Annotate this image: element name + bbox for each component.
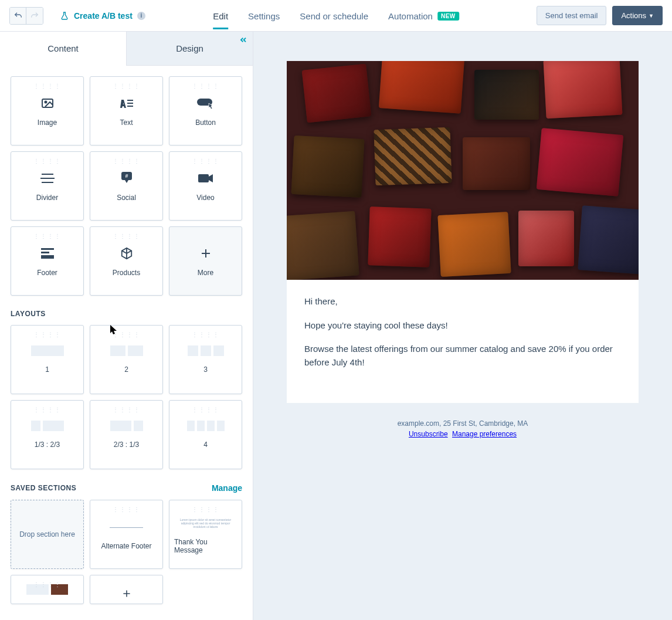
block-label: Products bbox=[113, 269, 140, 277]
sidebar: Content Design ⋮⋮⋮⋮ Image ⋮⋮⋮⋮ Text ⋮⋮⋮⋮ bbox=[0, 32, 253, 620]
email-paragraph-2[interactable]: Hope you're staying cool these days! bbox=[304, 319, 621, 333]
email-container[interactable]: Hi there, Hope you're staying cool these… bbox=[287, 61, 639, 403]
layout-1-3-2-3[interactable]: ⋮⋮⋮⋮ 1/3 : 2/3 bbox=[11, 400, 84, 469]
block-image[interactable]: ⋮⋮⋮⋮ Image bbox=[11, 76, 84, 145]
email-hero-image[interactable] bbox=[287, 61, 639, 280]
content-blocks-grid: ⋮⋮⋮⋮ Image ⋮⋮⋮⋮ Text ⋮⋮⋮⋮ Button ⋮⋮⋮⋮ bbox=[11, 76, 242, 296]
actions-dropdown[interactable]: Actions ▼ bbox=[612, 6, 663, 25]
redo-button[interactable] bbox=[26, 8, 43, 24]
layout-3[interactable]: ⋮⋮⋮⋮ 3 bbox=[169, 325, 242, 394]
unsubscribe-link[interactable]: Unsubscribe bbox=[409, 430, 448, 438]
nav-automation-label: Automation bbox=[388, 11, 433, 21]
saved-title-text: SAVED SECTIONS bbox=[11, 484, 76, 492]
block-video[interactable]: ⋮⋮⋮⋮ Video bbox=[169, 151, 242, 221]
new-badge: NEW bbox=[437, 12, 459, 21]
manage-preferences-link[interactable]: Manage preferences bbox=[452, 430, 517, 438]
svg-rect-14 bbox=[41, 255, 54, 259]
saved-alternate-footer[interactable]: ⋮⋮⋮⋮ Alternate Footer bbox=[90, 500, 163, 569]
flask-icon bbox=[60, 11, 69, 21]
block-label: Footer bbox=[37, 269, 57, 277]
drag-handle-icon: ⋮⋮⋮⋮ bbox=[192, 331, 220, 338]
drag-handle-icon: ⋮⋮⋮⋮ bbox=[113, 158, 141, 164]
block-footer[interactable]: ⋮⋮⋮⋮ Footer bbox=[11, 226, 84, 296]
plus-icon bbox=[200, 245, 212, 262]
layouts-title: LAYOUTS bbox=[11, 310, 242, 318]
drag-handle-icon: ⋮⋮⋮⋮ bbox=[113, 233, 141, 239]
email-canvas[interactable]: Hi there, Hope you're staying cool these… bbox=[253, 32, 672, 620]
email-body[interactable]: Hi there, Hope you're staying cool these… bbox=[287, 280, 639, 403]
footer-address: example.com, 25 First St, Cambridge, MA bbox=[265, 419, 660, 428]
saved-label: Thank You Message bbox=[174, 538, 237, 554]
layout-2[interactable]: ⋮⋮⋮⋮ 2 bbox=[90, 325, 163, 394]
layout-label: 1/3 : 2/3 bbox=[35, 441, 60, 449]
block-button[interactable]: ⋮⋮⋮⋮ Button bbox=[169, 76, 242, 145]
block-label: Video bbox=[196, 194, 214, 202]
block-more[interactable]: More bbox=[169, 226, 242, 296]
drag-handle-icon: ⋮⋮⋮⋮ bbox=[113, 83, 141, 89]
drag-handle-icon: ⋮⋮⋮⋮ bbox=[33, 83, 62, 89]
svg-rect-8 bbox=[42, 182, 53, 183]
svg-rect-13 bbox=[41, 252, 49, 253]
email-footer[interactable]: example.com, 25 First St, Cambridge, MA … bbox=[253, 403, 672, 455]
svg-rect-12 bbox=[41, 248, 54, 250]
nav-automation[interactable]: Automation NEW bbox=[388, 2, 459, 29]
block-label: Text bbox=[120, 118, 133, 127]
manage-link[interactable]: Manage bbox=[212, 483, 242, 493]
tab-content[interactable]: Content bbox=[0, 32, 127, 66]
email-paragraph-1[interactable]: Hi there, bbox=[304, 295, 621, 309]
caret-down-icon: ▼ bbox=[649, 13, 654, 19]
plus-icon bbox=[122, 588, 131, 599]
saved-sections-title: SAVED SECTIONS Manage bbox=[11, 483, 242, 493]
layout-1[interactable]: ⋮⋮⋮⋮ 1 bbox=[11, 325, 84, 394]
layout-label: 1 bbox=[45, 365, 49, 374]
email-paragraph-3[interactable]: Browse the latest offerings from our sum… bbox=[304, 343, 621, 369]
topbar: Create A/B test i Edit Settings Send or … bbox=[0, 0, 672, 32]
tab-design[interactable]: Design bbox=[127, 32, 253, 66]
topbar-actions: Send test email Actions ▼ bbox=[537, 6, 663, 25]
block-products[interactable]: ⋮⋮⋮⋮ Products bbox=[90, 226, 163, 296]
drag-handle-icon: ⋮⋮⋮⋮ bbox=[192, 158, 220, 164]
drag-handle-icon: ⋮⋮⋮⋮ bbox=[113, 331, 141, 338]
send-test-email-button[interactable]: Send test email bbox=[537, 6, 607, 25]
saved-item-4[interactable] bbox=[90, 575, 163, 604]
block-label: Divider bbox=[36, 194, 58, 202]
sidebar-body: ⋮⋮⋮⋮ Image ⋮⋮⋮⋮ Text ⋮⋮⋮⋮ Button ⋮⋮⋮⋮ bbox=[0, 66, 253, 620]
main-layout: Content Design ⋮⋮⋮⋮ Image ⋮⋮⋮⋮ Text ⋮⋮⋮⋮ bbox=[0, 32, 672, 620]
svg-rect-11 bbox=[198, 174, 209, 182]
layout-2-3-1-3[interactable]: ⋮⋮⋮⋮ 2/3 : 1/3 bbox=[90, 400, 163, 469]
block-label: Social bbox=[117, 194, 136, 202]
actions-label: Actions bbox=[621, 11, 646, 20]
nav-send[interactable]: Send or schedule bbox=[300, 2, 368, 29]
collapse-sidebar-button[interactable] bbox=[239, 35, 248, 47]
nav-settings[interactable]: Settings bbox=[248, 2, 280, 29]
block-divider[interactable]: ⋮⋮⋮⋮ Divider bbox=[11, 151, 84, 221]
drop-label: Drop section here bbox=[19, 530, 75, 538]
drag-handle-icon: ⋮⋮⋮⋮ bbox=[33, 331, 62, 338]
nav-edit[interactable]: Edit bbox=[213, 2, 228, 29]
saved-item-3[interactable]: ⋮⋮⋮⋮ bbox=[11, 575, 84, 604]
footer-icon bbox=[41, 245, 54, 262]
block-text[interactable]: ⋮⋮⋮⋮ Text bbox=[90, 76, 163, 145]
drag-handle-icon: ⋮⋮⋮⋮ bbox=[113, 406, 141, 413]
drag-handle-icon: ⋮⋮⋮⋮ bbox=[113, 506, 141, 513]
chevron-double-left-icon bbox=[239, 35, 248, 45]
svg-rect-3 bbox=[127, 103, 133, 104]
text-icon bbox=[119, 95, 134, 111]
layout-label: 2 bbox=[124, 365, 128, 374]
create-ab-test-button[interactable]: Create A/B test i bbox=[60, 11, 145, 21]
button-icon bbox=[197, 95, 215, 111]
saved-sections-grid: Drop section here ⋮⋮⋮⋮ Alternate Footer … bbox=[11, 500, 242, 604]
sidebar-tabs: Content Design bbox=[0, 32, 253, 66]
info-icon[interactable]: i bbox=[137, 12, 145, 20]
undo-button[interactable] bbox=[10, 8, 26, 24]
block-label: Image bbox=[38, 118, 57, 127]
block-social[interactable]: ⋮⋮⋮⋮ # Social bbox=[90, 151, 163, 221]
divider-icon bbox=[40, 170, 55, 187]
layout-4[interactable]: ⋮⋮⋮⋮ 4 bbox=[169, 400, 242, 469]
drag-handle-icon: ⋮⋮⋮⋮ bbox=[192, 406, 220, 413]
drag-handle-icon: ⋮⋮⋮⋮ bbox=[33, 406, 62, 413]
saved-thank-you[interactable]: ⋮⋮⋮⋮ Lorem ipsum dolor sit amet consecte… bbox=[169, 500, 242, 569]
drop-section-target[interactable]: Drop section here bbox=[11, 500, 84, 569]
block-label: Button bbox=[195, 118, 216, 127]
layouts-grid: ⋮⋮⋮⋮ 1 ⋮⋮⋮⋮ 2 ⋮⋮⋮⋮ 3 ⋮⋮⋮⋮ 1/3 : bbox=[11, 325, 242, 469]
